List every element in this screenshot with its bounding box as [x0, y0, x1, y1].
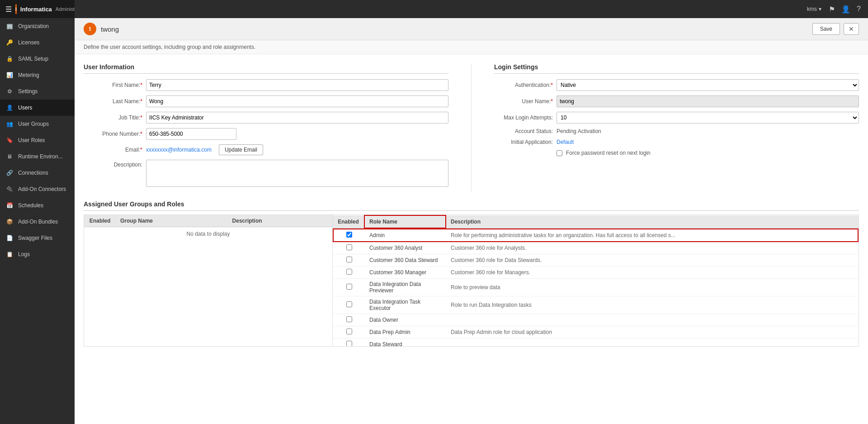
- max-login-label: Max Login Attempts:: [494, 114, 553, 121]
- roles-name-cell: Admin: [365, 229, 446, 242]
- email-value-group: xxxxxxxx@informatica.com Update Email: [146, 144, 263, 155]
- sidebar-item-logs[interactable]: 📋 Logs: [0, 246, 75, 262]
- user-icon[interactable]: 👤: [841, 5, 850, 14]
- phone-input[interactable]: [146, 128, 236, 140]
- roles-table-row: Data Steward: [333, 338, 858, 347]
- roles-table-scroll[interactable]: AdminRole for performing administrative …: [333, 229, 859, 346]
- roles-name-cell: Data Steward: [365, 338, 446, 347]
- role-enabled-checkbox[interactable]: [346, 284, 352, 290]
- role-enabled-checkbox[interactable]: [346, 316, 352, 322]
- flag-icon[interactable]: ⚑: [829, 5, 835, 14]
- swagger-icon: 📄: [5, 234, 14, 242]
- role-enabled-checkbox[interactable]: [346, 269, 352, 275]
- last-name-row: Last Name:*: [84, 95, 448, 107]
- sidebar-item-label: Add-On Bundles: [18, 219, 58, 225]
- username-input[interactable]: [557, 95, 859, 107]
- first-name-input[interactable]: [146, 79, 448, 91]
- force-pwd-row: Force password reset on next login: [557, 150, 859, 156]
- sidebar-item-user-groups[interactable]: 👥 User Groups: [0, 116, 75, 132]
- roles-description-cell: Customer 360 role for Analysts.: [446, 242, 858, 254]
- roles-table-row: Customer 360 Data StewardCustomer 360 ro…: [333, 254, 858, 267]
- sidebar-item-runtime[interactable]: 🖥 Runtime Environ...: [0, 148, 75, 165]
- sidebar-item-label: Connections: [18, 170, 48, 176]
- roles-enabled-cell: [333, 254, 365, 267]
- max-login-select[interactable]: 10 5 3 Unlimited: [557, 112, 859, 124]
- job-title-input[interactable]: [146, 112, 448, 124]
- role-enabled-checkbox[interactable]: [346, 341, 352, 346]
- sidebar-item-add-on-connectors[interactable]: 🔌 Add-On Connectors: [0, 181, 75, 197]
- roles-enabled-cell: [333, 279, 365, 296]
- sidebar-header: ☰ i Informatica Administrator ▾: [0, 0, 75, 18]
- sidebar-item-licenses[interactable]: 🔑 Licenses: [0, 34, 75, 51]
- phone-row: Phone Number:*: [84, 128, 448, 140]
- admin-label: Administrator: [56, 6, 75, 12]
- roles-enabled-cell: [333, 326, 365, 338]
- save-button[interactable]: Save: [812, 23, 840, 35]
- schedules-icon: 📅: [5, 201, 14, 210]
- roles-enabled-cell: [333, 229, 365, 242]
- role-enabled-checkbox[interactable]: [346, 257, 352, 262]
- form-divider: [471, 63, 472, 191]
- email-value: xxxxxxxx@informatica.com: [146, 147, 212, 153]
- role-enabled-checkbox[interactable]: [346, 329, 352, 334]
- account-status-value: Pending Activation: [557, 128, 601, 134]
- sidebar-item-user-roles[interactable]: 🔖 User Roles: [0, 132, 75, 148]
- roles-name-cell: Customer 360 Analyst: [365, 242, 446, 254]
- force-pwd-checkbox[interactable]: [557, 150, 562, 156]
- sidebar-item-saml[interactable]: 🔒 SAML Setup: [0, 51, 75, 67]
- sidebar-item-label: User Groups: [18, 121, 49, 127]
- roles-enabled-cell: [333, 242, 365, 254]
- description-input[interactable]: [146, 160, 448, 187]
- role-enabled-checkbox[interactable]: [346, 301, 352, 307]
- roles-table-row: Data Owner: [333, 314, 858, 326]
- roles-table-row: Customer 360 ManagerCustomer 360 role fo…: [333, 267, 858, 279]
- initial-app-value[interactable]: Default: [557, 139, 574, 145]
- saml-icon: 🔒: [5, 55, 14, 63]
- role-enabled-checkbox[interactable]: [346, 232, 352, 238]
- groups-col-enabled: Enabled: [84, 215, 116, 227]
- main-content: kms ▾ ⚑ 👤 ? t twong Save ✕ Define the us…: [75, 0, 868, 424]
- roles-description-cell: Customer 360 role for Data Stewards.: [446, 254, 858, 267]
- topbar-dropdown-icon[interactable]: ▾: [819, 6, 821, 12]
- users-icon: 👤: [5, 104, 14, 112]
- auth-select[interactable]: Native SAML: [557, 79, 859, 91]
- user-header-bar: t twong Save ✕: [75, 18, 868, 40]
- sidebar-item-label: Swagger Files: [18, 235, 52, 241]
- initial-app-label: Initial Application:: [494, 139, 553, 145]
- sidebar-item-users[interactable]: 👤 Users: [0, 100, 75, 116]
- job-title-label: Job Title:*: [84, 114, 142, 121]
- roles-col-role-name-header: Role Name: [364, 215, 446, 228]
- topbar-user[interactable]: kms ▾: [807, 6, 821, 12]
- sidebar-item-connections[interactable]: 🔗 Connections: [0, 165, 75, 181]
- email-label: Email:*: [84, 147, 142, 153]
- tables-wrapper: Enabled Group Name Description No data t…: [84, 214, 859, 347]
- max-login-row: Max Login Attempts: 10 5 3 Unlimited: [494, 112, 859, 124]
- roles-table: AdminRole for performing administrative …: [333, 229, 859, 346]
- sidebar-item-schedules[interactable]: 📅 Schedules: [0, 197, 75, 214]
- sidebar-item-label: Add-On Connectors: [18, 186, 66, 192]
- sidebar-item-swagger[interactable]: 📄 Swagger Files: [0, 230, 75, 246]
- assigned-section-title: Assigned User Groups and Roles: [84, 200, 859, 211]
- roles-enabled-cell: [333, 338, 365, 347]
- last-name-input[interactable]: [146, 95, 448, 107]
- sidebar-item-organization[interactable]: 🏢 Organization: [0, 18, 75, 34]
- roles-table-row: AdminRole for performing administrative …: [333, 229, 858, 242]
- user-info-title: User Information: [84, 63, 448, 74]
- roles-table-row: Data Prep AdminData Prep Admin role for …: [333, 326, 858, 338]
- close-button[interactable]: ✕: [844, 23, 859, 35]
- sidebar-item-settings[interactable]: ⚙ Settings: [0, 83, 75, 100]
- sidebar-item-metering[interactable]: 📊 Metering: [0, 67, 75, 83]
- groups-col-group-name: Group Name: [116, 215, 228, 227]
- topbar-username: kms: [807, 6, 817, 12]
- sidebar-item-label: Runtime Environ...: [18, 153, 63, 160]
- sidebar-item-label: User Roles: [18, 137, 45, 143]
- roles-table-row: Customer 360 AnalystCustomer 360 role fo…: [333, 242, 858, 254]
- phone-label: Phone Number:*: [84, 131, 142, 137]
- help-icon[interactable]: ?: [857, 5, 861, 14]
- sidebar-item-add-on-bundles[interactable]: 📦 Add-On Bundles: [0, 214, 75, 230]
- role-enabled-checkbox[interactable]: [346, 244, 352, 250]
- form-area: User Information First Name:* Last Name:…: [75, 54, 868, 200]
- update-email-button[interactable]: Update Email: [219, 144, 263, 155]
- login-settings-title: Login Settings: [494, 63, 859, 74]
- hamburger-icon[interactable]: ☰: [5, 5, 12, 14]
